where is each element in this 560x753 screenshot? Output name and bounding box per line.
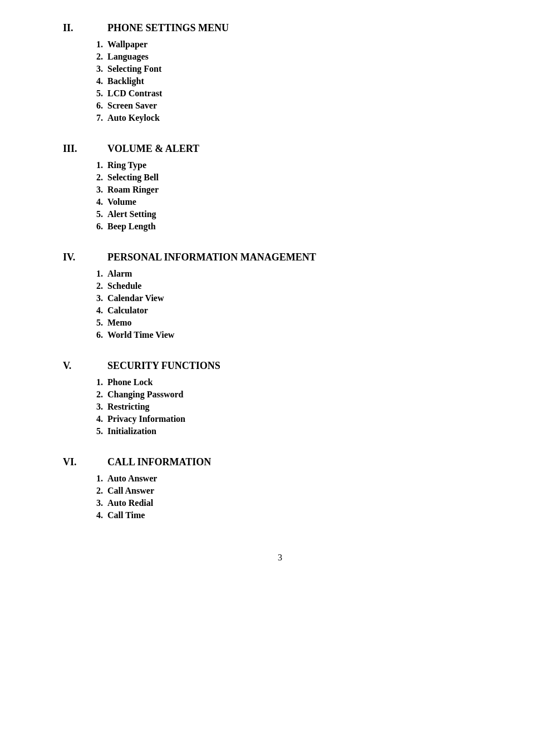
section-number-3: V.	[63, 360, 107, 372]
list-item: 2.Call Answer	[63, 486, 497, 496]
item-number-2-1: 2.	[63, 281, 107, 291]
item-label-0-6: Auto Keylock	[107, 113, 160, 123]
item-number-0-2: 3.	[63, 64, 107, 74]
section-title-2: PERSONAL INFORMATION MANAGEMENT	[107, 252, 316, 263]
section-number-2: IV.	[63, 252, 107, 263]
item-number-3-3: 4.	[63, 414, 107, 424]
list-item: 1.Auto Answer	[63, 474, 497, 484]
items-list-4: 1.Auto Answer2.Call Answer3.Auto Redial4…	[63, 474, 497, 520]
item-number-1-3: 4.	[63, 197, 107, 207]
list-item: 3.Auto Redial	[63, 498, 497, 508]
item-number-1-5: 6.	[63, 222, 107, 232]
list-item: 2.Changing Password	[63, 390, 497, 400]
item-number-1-4: 5.	[63, 209, 107, 219]
item-number-0-0: 1.	[63, 40, 107, 50]
item-label-2-4: Memo	[107, 318, 132, 328]
section-title-3: SECURITY FUNCTIONS	[107, 360, 220, 372]
list-item: 3.Restricting	[63, 402, 497, 412]
list-item: 4.Call Time	[63, 510, 497, 520]
section-number-0: II.	[63, 22, 107, 34]
item-number-4-1: 2.	[63, 486, 107, 496]
list-item: 6.Screen Saver	[63, 101, 497, 111]
list-item: 2.Selecting Bell	[63, 173, 497, 183]
section-iii: III.VOLUME & ALERT1.Ring Type2.Selecting…	[63, 143, 497, 232]
item-label-3-0: Phone Lock	[107, 377, 153, 387]
item-number-3-1: 2.	[63, 390, 107, 400]
list-item: 7.Auto Keylock	[63, 113, 497, 123]
section-ii: II.PHONE SETTINGS MENU1.Wallpaper2.Langu…	[63, 22, 497, 123]
item-label-4-3: Call Time	[107, 510, 145, 520]
list-item: 1.Alarm	[63, 269, 497, 279]
item-label-0-1: Languages	[107, 52, 149, 62]
item-number-3-0: 1.	[63, 377, 107, 387]
section-title-0: PHONE SETTINGS MENU	[107, 22, 229, 34]
item-number-0-5: 6.	[63, 101, 107, 111]
section-iv: IV.PERSONAL INFORMATION MANAGEMENT1.Alar…	[63, 252, 497, 340]
item-label-1-4: Alert Setting	[107, 209, 156, 219]
list-item: 2.Schedule	[63, 281, 497, 291]
list-item: 4.Backlight	[63, 76, 497, 86]
section-title-4: CALL INFORMATION	[107, 456, 211, 468]
item-label-1-2: Roam Ringer	[107, 185, 159, 195]
list-item: 4.Volume	[63, 197, 497, 207]
item-number-2-0: 1.	[63, 269, 107, 279]
list-item: 2.Languages	[63, 52, 497, 62]
items-list-3: 1.Phone Lock2.Changing Password3.Restric…	[63, 377, 497, 436]
item-label-1-1: Selecting Bell	[107, 173, 159, 183]
item-number-0-6: 7.	[63, 113, 107, 123]
item-label-4-0: Auto Answer	[107, 474, 157, 484]
section-number-4: VI.	[63, 456, 107, 468]
list-item: 4.Privacy Information	[63, 414, 497, 424]
item-number-1-2: 3.	[63, 185, 107, 195]
item-label-3-3: Privacy Information	[107, 414, 185, 424]
item-number-2-2: 3.	[63, 293, 107, 303]
section-v: V.SECURITY FUNCTIONS1.Phone Lock2.Changi…	[63, 360, 497, 436]
item-label-0-0: Wallpaper	[107, 40, 148, 50]
item-number-4-0: 1.	[63, 474, 107, 484]
item-label-1-0: Ring Type	[107, 160, 146, 170]
items-list-0: 1.Wallpaper2.Languages3.Selecting Font4.…	[63, 40, 497, 123]
item-number-2-4: 5.	[63, 318, 107, 328]
list-item: 1.Wallpaper	[63, 40, 497, 50]
item-label-2-1: Schedule	[107, 281, 141, 291]
item-number-0-3: 4.	[63, 76, 107, 86]
item-label-3-2: Restricting	[107, 402, 150, 412]
item-label-0-2: Selecting Font	[107, 64, 161, 74]
item-label-1-5: Beep Length	[107, 222, 156, 232]
items-list-1: 1.Ring Type2.Selecting Bell3.Roam Ringer…	[63, 160, 497, 232]
list-item: 1.Phone Lock	[63, 377, 497, 387]
item-label-0-4: LCD Contrast	[107, 88, 162, 99]
item-label-4-2: Auto Redial	[107, 498, 153, 508]
section-title-1: VOLUME & ALERT	[107, 143, 199, 155]
item-number-3-2: 3.	[63, 402, 107, 412]
page-content: II.PHONE SETTINGS MENU1.Wallpaper2.Langu…	[63, 0, 497, 574]
list-item: 5.Alert Setting	[63, 209, 497, 219]
list-item: 5.Initialization	[63, 426, 497, 436]
list-item: 3.Roam Ringer	[63, 185, 497, 195]
list-item: 1.Ring Type	[63, 160, 497, 170]
list-item: 5.Memo	[63, 318, 497, 328]
items-list-2: 1.Alarm2.Schedule3.Calendar View4.Calcul…	[63, 269, 497, 340]
list-item: 5.LCD Contrast	[63, 88, 497, 99]
list-item: 4.Calculator	[63, 306, 497, 316]
section-number-1: III.	[63, 143, 107, 155]
item-number-0-1: 2.	[63, 52, 107, 62]
item-label-2-5: World Time View	[107, 330, 174, 340]
item-label-2-0: Alarm	[107, 269, 132, 279]
list-item: 6.Beep Length	[63, 222, 497, 232]
list-item: 3.Calendar View	[63, 293, 497, 303]
item-number-0-4: 5.	[63, 88, 107, 99]
item-number-3-4: 5.	[63, 426, 107, 436]
section-vi: VI.CALL INFORMATION1.Auto Answer2.Call A…	[63, 456, 497, 520]
item-number-1-1: 2.	[63, 173, 107, 183]
item-label-4-1: Call Answer	[107, 486, 154, 496]
item-number-2-5: 6.	[63, 330, 107, 340]
item-number-1-0: 1.	[63, 160, 107, 170]
list-item: 6.World Time View	[63, 330, 497, 340]
item-label-1-3: Volume	[107, 197, 136, 207]
item-label-2-3: Calculator	[107, 306, 148, 316]
item-label-3-4: Initialization	[107, 426, 156, 436]
item-label-0-3: Backlight	[107, 76, 144, 86]
item-label-0-5: Screen Saver	[107, 101, 157, 111]
item-label-3-1: Changing Password	[107, 390, 183, 400]
